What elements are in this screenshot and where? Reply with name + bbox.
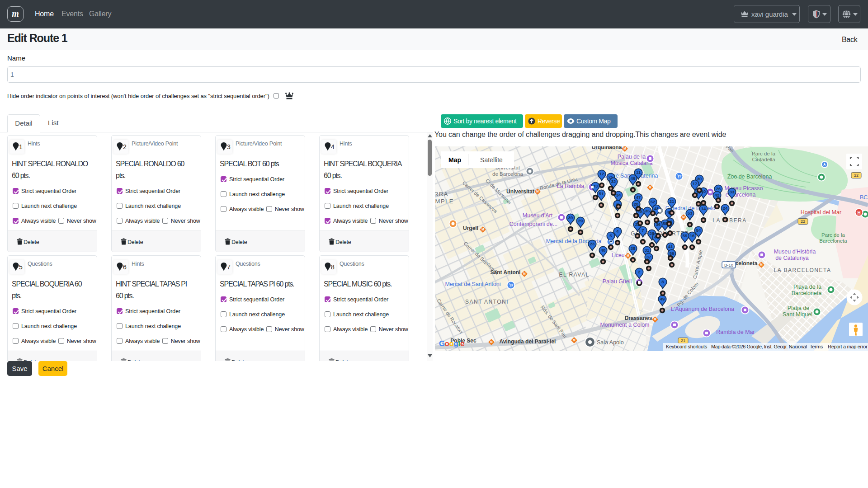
svg-text:ERRA: ERRA <box>435 191 448 197</box>
svg-text:G: G <box>439 339 445 348</box>
svg-text:23: 23 <box>590 241 595 246</box>
svg-text:M: M <box>481 228 484 231</box>
svg-text:Urgell: Urgell <box>463 225 478 231</box>
svg-text:Sant Miquel: Sant Miquel <box>783 311 812 318</box>
svg-text:12: 12 <box>599 171 604 176</box>
svg-text:Keyboard shortcuts: Keyboard shortcuts <box>666 344 708 349</box>
svg-text:de Barcelona: de Barcelona <box>492 171 523 177</box>
svg-text:56: 56 <box>670 251 675 256</box>
svg-text:21: 21 <box>681 338 685 343</box>
svg-text:32: 32 <box>611 179 616 184</box>
svg-text:Ciutadella: Ciutadella <box>752 157 775 162</box>
svg-text:Sala Apolo: Sala Apolo <box>597 339 624 346</box>
svg-text:Zoo de Barcelona: Zoo de Barcelona <box>727 174 772 180</box>
svg-text:M: M <box>490 340 492 343</box>
svg-text:2: 2 <box>638 269 640 274</box>
svg-text:Mercat de Sant Antoni: Mercat de Sant Antoni <box>445 281 501 287</box>
svg-text:Museu d'Art: Museu d'Art <box>523 212 553 219</box>
svg-text:Report a map error: Report a map error <box>828 344 868 349</box>
svg-text:55: 55 <box>683 233 688 238</box>
svg-text:53: 53 <box>688 211 693 216</box>
svg-text:33: 33 <box>730 189 735 194</box>
svg-text:Drassanes: Drassanes <box>625 315 652 321</box>
svg-text:B-10: B-10 <box>724 263 733 267</box>
svg-text:16: 16 <box>690 233 695 238</box>
svg-text:37: 37 <box>646 254 651 259</box>
svg-text:e: e <box>460 339 464 348</box>
svg-text:Map: Map <box>448 156 461 164</box>
svg-text:g: g <box>454 339 458 348</box>
svg-text:M: M <box>760 263 762 266</box>
svg-text:22: 22 <box>801 219 805 224</box>
svg-text:20: 20 <box>634 202 639 206</box>
svg-text:o: o <box>445 339 449 348</box>
svg-text:M: M <box>573 338 575 342</box>
svg-text:M: M <box>523 272 525 275</box>
svg-text:54: 54 <box>696 228 701 233</box>
svg-text:M: M <box>654 318 656 321</box>
svg-text:Sant Antoni: Sant Antoni <box>491 269 521 276</box>
svg-text:La Rambla: La Rambla <box>557 183 584 189</box>
svg-text:Palau Güell: Palau Güell <box>603 278 632 285</box>
svg-text:Rambla de Mar: Rambla de Mar <box>716 329 755 335</box>
svg-text:Música Catalana: Música Catalana <box>610 160 652 166</box>
svg-text:41: 41 <box>668 244 673 249</box>
svg-text:43: 43 <box>593 183 598 188</box>
svg-text:52: 52 <box>651 199 656 204</box>
svg-text:26: 26 <box>716 186 721 191</box>
svg-text:LA RIBERA: LA RIBERA <box>712 217 747 224</box>
svg-text:de Catalunya: de Catalunya <box>775 255 809 261</box>
svg-text:7: 7 <box>642 228 644 233</box>
svg-text:BCNa: BCNa <box>860 194 868 201</box>
svg-text:38: 38 <box>631 246 636 251</box>
svg-text:40: 40 <box>601 248 606 253</box>
svg-text:46: 46 <box>631 176 636 181</box>
svg-text:4: 4 <box>616 229 619 234</box>
svg-text:Barceloneta: Barceloneta <box>792 290 822 296</box>
svg-text:49: 49 <box>660 296 665 301</box>
svg-text:Museu d'Història: Museu d'Història <box>774 249 816 255</box>
svg-text:Playa de la: Playa de la <box>793 284 821 290</box>
svg-text:Parc de la: Parc de la <box>821 232 845 238</box>
svg-text:M: M <box>623 147 626 150</box>
svg-text:Contemporani de...: Contemporani de... <box>509 221 557 227</box>
svg-text:11: 11 <box>636 170 641 175</box>
svg-text:Avinguda del Paral·lel: Avinguda del Paral·lel <box>500 338 556 345</box>
svg-text:31: 31 <box>645 248 650 253</box>
svg-text:L'Aquàrium de Barcelona: L'Aquàrium de Barcelona <box>671 306 734 312</box>
svg-text:Liceu: Liceu <box>612 252 625 258</box>
svg-text:17: 17 <box>693 181 698 186</box>
svg-text:42: 42 <box>715 192 720 197</box>
svg-text:M: M <box>682 216 684 219</box>
svg-text:30: 30 <box>697 176 702 181</box>
svg-text:H: H <box>857 211 860 216</box>
svg-text:39: 39 <box>568 215 573 220</box>
svg-text:14: 14 <box>701 206 706 211</box>
svg-text:51: 51 <box>599 191 604 196</box>
svg-text:M: M <box>649 186 651 189</box>
svg-text:Universitat: Universitat <box>506 188 534 195</box>
svg-text:21: 21 <box>670 199 675 204</box>
svg-text:Hospital del Mar: Hospital del Mar <box>801 209 841 216</box>
svg-text:Platja de: Platja de <box>788 305 810 311</box>
svg-text:LA BARCELONETA: LA BARCELONETA <box>774 267 831 273</box>
svg-text:47: 47 <box>636 195 641 200</box>
svg-text:Monument a Colom: Monument a Colom <box>600 322 649 328</box>
svg-text:29: 29 <box>578 218 583 223</box>
svg-text:24: 24 <box>723 206 728 211</box>
svg-text:Satellite: Satellite <box>480 156 503 164</box>
svg-text:Parc de la: Parc de la <box>752 151 775 156</box>
svg-text:22: 22 <box>854 173 859 178</box>
svg-text:Terms: Terms <box>810 344 823 349</box>
svg-text:8: 8 <box>661 279 664 284</box>
svg-text:34: 34 <box>616 192 621 197</box>
svg-text:Palau de la: Palau de la <box>618 154 646 160</box>
svg-text:M: M <box>627 254 629 257</box>
svg-text:M: M <box>536 190 538 193</box>
svg-text:Barceloneta: Barceloneta <box>819 238 847 244</box>
svg-text:Map data ©2026 Google, Inst. G: Map data ©2026 Google, Inst. Geogr. Naci… <box>711 344 807 349</box>
svg-text:EL RAVAL: EL RAVAL <box>559 272 589 278</box>
svg-text:o: o <box>449 339 454 348</box>
svg-text:35: 35 <box>645 208 650 213</box>
svg-text:5: 5 <box>609 233 612 238</box>
